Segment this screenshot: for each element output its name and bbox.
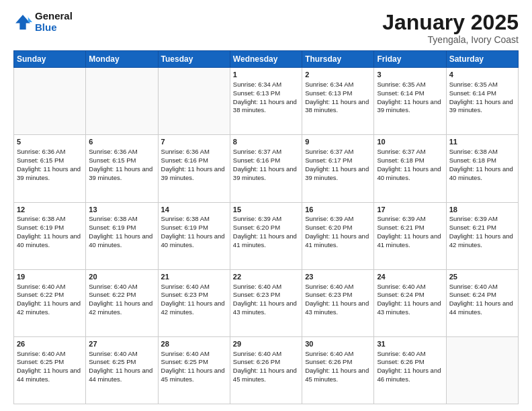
title-block: January 2025 Tyengala, Ivory Coast: [382, 11, 519, 45]
day-content: Sunset: 6:23 PM: [305, 291, 371, 300]
day-header-saturday: Saturday: [446, 51, 518, 68]
day-content: Sunset: 6:22 PM: [89, 291, 154, 300]
day-content: Daylight: 11 hours and 40 minutes.: [377, 165, 443, 183]
day-content: Daylight: 11 hours and 39 minutes.: [161, 165, 227, 183]
day-content: Sunrise: 6:40 AM: [89, 283, 154, 291]
day-header-tuesday: Tuesday: [158, 51, 230, 68]
day-number: 29: [233, 339, 299, 349]
day-number: 1: [233, 70, 299, 80]
day-content: Sunset: 6:18 PM: [377, 156, 443, 165]
day-content: Sunset: 6:26 PM: [305, 358, 371, 367]
calendar-cell: 9Sunrise: 6:37 AMSunset: 6:17 PMDaylight…: [302, 135, 374, 202]
day-content: Sunrise: 6:40 AM: [305, 350, 371, 359]
day-header-thursday: Thursday: [302, 51, 374, 68]
day-content: Sunrise: 6:40 AM: [377, 350, 443, 359]
day-content: Sunrise: 6:39 AM: [449, 215, 515, 224]
day-content: Daylight: 11 hours and 40 minutes.: [449, 165, 515, 183]
day-number: 15: [233, 205, 299, 215]
day-content: Sunrise: 6:34 AM: [305, 81, 371, 89]
calendar-cell: 5Sunrise: 6:36 AMSunset: 6:15 PMDaylight…: [14, 135, 86, 202]
day-content: Daylight: 11 hours and 42 minutes.: [89, 300, 154, 317]
calendar-cell: 22Sunrise: 6:40 AMSunset: 6:23 PMDayligh…: [230, 269, 302, 336]
day-content: Sunrise: 6:39 AM: [305, 215, 371, 224]
day-content: Sunset: 6:20 PM: [305, 224, 371, 232]
day-content: Daylight: 11 hours and 40 minutes.: [17, 232, 83, 250]
day-content: Sunset: 6:25 PM: [89, 358, 154, 367]
day-content: Daylight: 11 hours and 44 minutes.: [89, 367, 154, 384]
day-content: Sunset: 6:25 PM: [17, 358, 83, 367]
day-content: Sunrise: 6:37 AM: [377, 148, 443, 156]
day-content: Sunrise: 6:36 AM: [161, 148, 227, 156]
day-content: Daylight: 11 hours and 40 minutes.: [89, 232, 154, 250]
day-number: 16: [305, 205, 371, 215]
day-header-sunday: Sunday: [14, 51, 86, 68]
calendar-cell: 16Sunrise: 6:39 AMSunset: 6:20 PMDayligh…: [302, 202, 374, 269]
calendar-cell: 10Sunrise: 6:37 AMSunset: 6:18 PMDayligh…: [374, 135, 446, 202]
day-content: Sunrise: 6:38 AM: [161, 215, 227, 224]
day-content: Sunset: 6:22 PM: [17, 291, 83, 300]
day-number: 22: [233, 272, 299, 282]
calendar-cell: 19Sunrise: 6:40 AMSunset: 6:22 PMDayligh…: [14, 269, 86, 336]
svg-marker-0: [15, 15, 30, 30]
day-content: Daylight: 11 hours and 43 minutes.: [377, 300, 443, 317]
day-content: Daylight: 11 hours and 41 minutes.: [305, 232, 371, 250]
calendar-cell: 14Sunrise: 6:38 AMSunset: 6:19 PMDayligh…: [158, 202, 230, 269]
day-content: Sunset: 6:14 PM: [449, 89, 515, 98]
logo: General Blue: [13, 11, 73, 33]
calendar-cell: 6Sunrise: 6:36 AMSunset: 6:15 PMDaylight…: [86, 135, 158, 202]
calendar-cell: 20Sunrise: 6:40 AMSunset: 6:22 PMDayligh…: [86, 269, 158, 336]
day-number: 12: [17, 205, 83, 215]
day-content: Sunset: 6:25 PM: [161, 358, 227, 367]
day-number: 31: [377, 339, 443, 349]
day-number: 10: [377, 137, 443, 147]
day-content: Sunrise: 6:40 AM: [233, 283, 299, 291]
day-content: Sunset: 6:14 PM: [377, 89, 443, 98]
day-content: Sunset: 6:24 PM: [377, 291, 443, 300]
day-content: Daylight: 11 hours and 42 minutes.: [17, 300, 83, 317]
day-content: Daylight: 11 hours and 42 minutes.: [161, 300, 227, 317]
day-number: 26: [17, 339, 83, 349]
calendar-cell: 12Sunrise: 6:38 AMSunset: 6:19 PMDayligh…: [14, 202, 86, 269]
calendar-cell: 27Sunrise: 6:40 AMSunset: 6:25 PMDayligh…: [86, 336, 158, 404]
calendar-cell: 4Sunrise: 6:35 AMSunset: 6:14 PMDaylight…: [446, 68, 518, 135]
day-content: Sunset: 6:18 PM: [449, 156, 515, 165]
day-number: 18: [449, 205, 515, 215]
day-content: Sunset: 6:16 PM: [233, 156, 299, 165]
location-subtitle: Tyengala, Ivory Coast: [382, 34, 519, 45]
day-content: Daylight: 11 hours and 46 minutes.: [377, 367, 443, 384]
day-content: Daylight: 11 hours and 38 minutes.: [305, 98, 371, 116]
day-number: 23: [305, 272, 371, 282]
calendar-cell: 25Sunrise: 6:40 AMSunset: 6:24 PMDayligh…: [446, 269, 518, 336]
calendar-cell: 29Sunrise: 6:40 AMSunset: 6:26 PMDayligh…: [230, 336, 302, 404]
day-content: Daylight: 11 hours and 45 minutes.: [305, 367, 371, 384]
day-content: Sunset: 6:13 PM: [233, 89, 299, 98]
day-content: Sunrise: 6:38 AM: [449, 148, 515, 156]
calendar-cell: 24Sunrise: 6:40 AMSunset: 6:24 PMDayligh…: [374, 269, 446, 336]
day-content: Sunrise: 6:35 AM: [449, 81, 515, 89]
day-content: Daylight: 11 hours and 42 minutes.: [449, 232, 515, 250]
day-content: Sunrise: 6:37 AM: [305, 148, 371, 156]
calendar-table: SundayMondayTuesdayWednesdayThursdayFrid…: [13, 50, 519, 404]
day-number: 9: [305, 137, 371, 147]
calendar-header-row: SundayMondayTuesdayWednesdayThursdayFrid…: [14, 51, 519, 68]
day-number: 25: [449, 272, 515, 282]
calendar-cell: [158, 68, 230, 135]
day-content: Daylight: 11 hours and 45 minutes.: [161, 367, 227, 384]
day-content: Sunset: 6:21 PM: [377, 224, 443, 232]
day-content: Daylight: 11 hours and 45 minutes.: [233, 367, 299, 384]
calendar-cell: 7Sunrise: 6:36 AMSunset: 6:16 PMDaylight…: [158, 135, 230, 202]
day-content: Daylight: 11 hours and 44 minutes.: [17, 367, 83, 384]
calendar-cell: [14, 68, 86, 135]
day-content: Sunrise: 6:40 AM: [233, 350, 299, 359]
day-content: Sunrise: 6:36 AM: [17, 148, 83, 156]
day-content: Sunset: 6:21 PM: [449, 224, 515, 232]
day-content: Sunrise: 6:38 AM: [17, 215, 83, 224]
calendar-week-row: 1Sunrise: 6:34 AMSunset: 6:13 PMDaylight…: [14, 68, 519, 135]
day-number: 7: [161, 137, 227, 147]
day-content: Sunset: 6:19 PM: [17, 224, 83, 232]
day-content: Daylight: 11 hours and 44 minutes.: [449, 300, 515, 317]
logo-text: General Blue: [35, 11, 73, 33]
calendar-cell: 17Sunrise: 6:39 AMSunset: 6:21 PMDayligh…: [374, 202, 446, 269]
day-content: Daylight: 11 hours and 38 minutes.: [233, 98, 299, 116]
calendar-cell: 11Sunrise: 6:38 AMSunset: 6:18 PMDayligh…: [446, 135, 518, 202]
